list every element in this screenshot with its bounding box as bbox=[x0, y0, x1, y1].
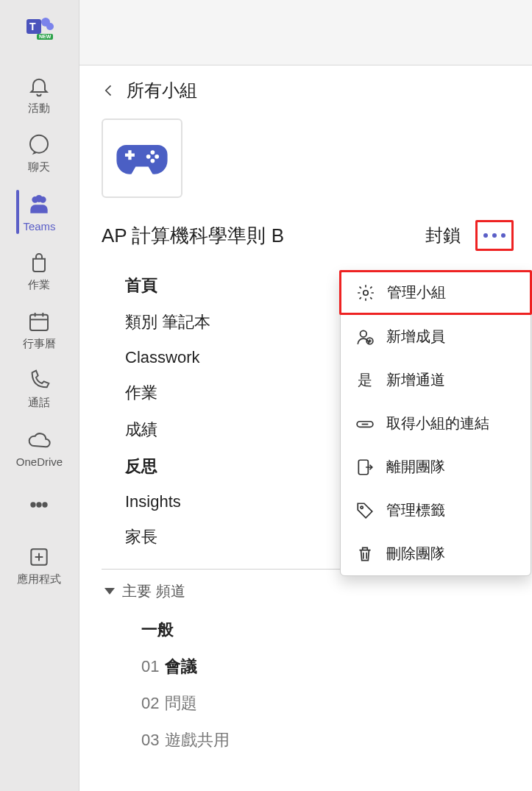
menu-leave[interactable]: 離開團隊 bbox=[341, 445, 531, 489]
more-icon bbox=[26, 492, 52, 517]
teams-icon bbox=[26, 192, 52, 217]
svg-point-14 bbox=[32, 503, 35, 506]
chevron-left-icon bbox=[102, 83, 116, 98]
nav-apps[interactable]: 應用程式 bbox=[16, 536, 63, 595]
menu-trash[interactable]: 刪除團隊 bbox=[341, 532, 531, 575]
svg-point-9 bbox=[36, 196, 42, 202]
channel-icon: 是 bbox=[355, 371, 375, 390]
left-nav-rail: TNEW 活動聊天Teams作業行事曆通話OneDrive應用程式 bbox=[0, 0, 79, 791]
menu-label: 取得小組的連結 bbox=[386, 414, 489, 433]
menu-tag[interactable]: 管理標籤 bbox=[341, 489, 531, 532]
nav-label: OneDrive bbox=[16, 455, 63, 468]
channel-item[interactable]: 一般 bbox=[104, 611, 532, 648]
svg-point-25 bbox=[151, 159, 155, 163]
channel-item[interactable]: 02問題 bbox=[104, 685, 532, 722]
breadcrumb-back[interactable]: 所有小組 bbox=[102, 79, 532, 102]
breadcrumb-label: 所有小組 bbox=[127, 79, 197, 102]
channel-section-header[interactable]: 主要 頻道 bbox=[104, 581, 532, 601]
channel-section: 主要 頻道 一般01會議02問題03遊戲共用 bbox=[104, 581, 532, 759]
addperson-icon bbox=[355, 327, 375, 347]
menu-label: 管理小組 bbox=[387, 283, 446, 302]
svg-point-23 bbox=[155, 155, 159, 159]
gamepad-icon bbox=[116, 136, 169, 180]
nav-label: 聊天 bbox=[28, 160, 50, 174]
svg-point-6 bbox=[30, 135, 48, 152]
cloud-icon bbox=[26, 428, 52, 453]
calendar-icon bbox=[26, 309, 52, 334]
nav-label: 通話 bbox=[28, 396, 50, 410]
svg-point-24 bbox=[146, 155, 151, 159]
team-context-menu: 管理小組新增成員是新增通道取得小組的連結離開團隊管理標籤刪除團隊 bbox=[340, 271, 531, 576]
svg-text:NEW: NEW bbox=[39, 34, 52, 39]
svg-point-16 bbox=[43, 503, 47, 506]
apps-icon bbox=[26, 545, 52, 570]
nav-more[interactable] bbox=[16, 477, 63, 536]
nav-onedrive[interactable]: OneDrive bbox=[16, 418, 63, 477]
menu-label: 離開團隊 bbox=[386, 457, 445, 477]
menu-addperson[interactable]: 新增成員 bbox=[341, 315, 531, 358]
nav-label: Teams bbox=[23, 220, 55, 233]
menu-label: 新增成員 bbox=[386, 327, 445, 347]
link-icon bbox=[355, 414, 375, 433]
phone-icon bbox=[26, 368, 52, 393]
channel-item[interactable]: 03遊戲共用 bbox=[104, 722, 532, 759]
nav-chat[interactable]: 聊天 bbox=[16, 124, 63, 182]
teams-app-logo: TNEW bbox=[25, 13, 54, 43]
svg-rect-10 bbox=[30, 314, 48, 330]
svg-point-26 bbox=[363, 290, 369, 295]
nav-calendar[interactable]: 行事曆 bbox=[16, 300, 63, 359]
team-avatar bbox=[102, 118, 182, 198]
more-icon bbox=[483, 233, 488, 238]
nav-label: 行事曆 bbox=[23, 337, 56, 351]
caret-down-icon bbox=[104, 588, 115, 595]
gear-icon bbox=[356, 283, 375, 302]
nav-assign[interactable]: 作業 bbox=[16, 241, 63, 300]
channel-item[interactable]: 01會議 bbox=[104, 648, 532, 685]
bag-icon bbox=[26, 250, 52, 275]
menu-link[interactable]: 取得小組的連結 bbox=[341, 402, 531, 445]
menu-label: 新增通道 bbox=[386, 370, 445, 390]
svg-point-22 bbox=[151, 150, 155, 155]
svg-rect-21 bbox=[128, 150, 131, 160]
nav-calls[interactable]: 通話 bbox=[16, 359, 63, 418]
svg-point-34 bbox=[361, 506, 363, 508]
bell-icon bbox=[26, 74, 52, 99]
tag-icon bbox=[355, 501, 375, 520]
menu-channel[interactable]: 是新增通道 bbox=[341, 358, 531, 402]
menu-label: 管理標籤 bbox=[386, 500, 445, 520]
svg-point-27 bbox=[361, 330, 367, 337]
nav-label: 作業 bbox=[28, 278, 50, 292]
chat-icon bbox=[26, 132, 52, 157]
team-name: AP 計算機科學準則 B bbox=[102, 223, 425, 249]
svg-point-15 bbox=[38, 503, 41, 506]
menu-gear[interactable]: 管理小組 bbox=[339, 270, 532, 315]
team-more-button[interactable] bbox=[475, 220, 514, 251]
leave-icon bbox=[355, 458, 375, 477]
menu-label: 刪除團隊 bbox=[386, 544, 445, 564]
svg-point-3 bbox=[46, 23, 54, 30]
trash-icon bbox=[355, 545, 375, 564]
nav-activity[interactable]: 活動 bbox=[16, 65, 63, 124]
nav-teams[interactable]: Teams bbox=[16, 182, 63, 241]
team-block-button[interactable]: 封鎖 bbox=[425, 224, 461, 247]
nav-label: 應用程式 bbox=[17, 572, 61, 586]
channel-section-label: 主要 頻道 bbox=[122, 581, 185, 601]
svg-text:T: T bbox=[29, 21, 36, 32]
nav-label: 活動 bbox=[28, 102, 50, 116]
